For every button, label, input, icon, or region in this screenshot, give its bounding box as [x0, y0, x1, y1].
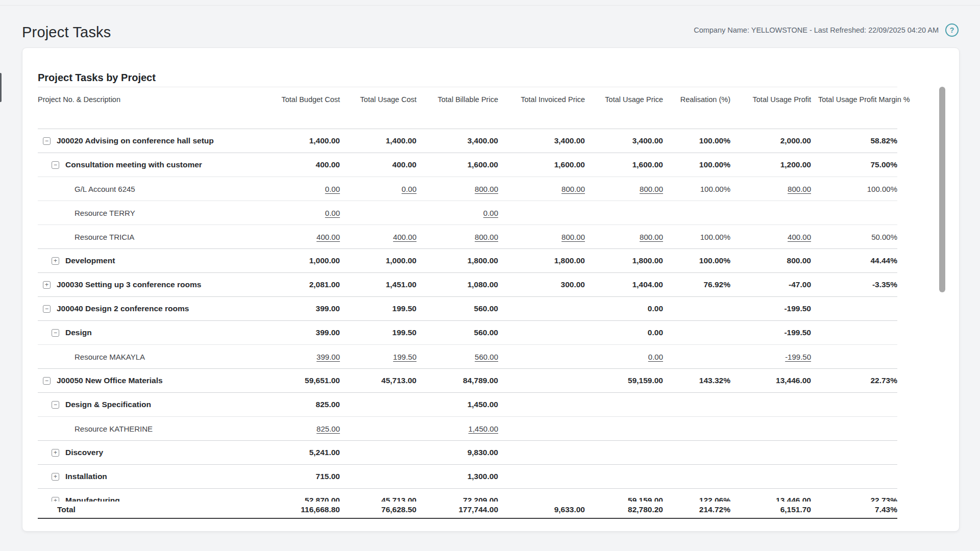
collapse-icon[interactable]: −	[43, 377, 51, 385]
value-text: 1,800.00	[468, 256, 498, 265]
value-link[interactable]: 825.00	[316, 424, 340, 433]
value-cell: 44.44%	[811, 256, 897, 265]
value-text: 45,713.00	[381, 376, 416, 385]
value-cell: 199.50	[340, 353, 416, 361]
value-text: 22.73%	[870, 496, 897, 502]
value-cell: 1,000.00	[258, 256, 340, 265]
value-cell: 1,300.00	[416, 472, 498, 481]
value-cell: 825.00	[258, 400, 340, 409]
value-link[interactable]: 0.00	[402, 185, 416, 193]
collapse-icon[interactable]: −	[52, 329, 59, 337]
value-cell: 1,600.00	[585, 160, 663, 169]
value-link[interactable]: 800.00	[561, 185, 585, 193]
value-text: 825.00	[316, 400, 340, 409]
table-row: G/L Account 62450.000.00800.00800.00800.…	[38, 177, 897, 201]
value-cell: 100.00%	[663, 233, 730, 241]
value-link[interactable]: 800.00	[640, 233, 663, 241]
row-label-cell: −Design	[38, 328, 258, 337]
value-text: 1,400.00	[386, 136, 416, 145]
value-link[interactable]: 800.00	[561, 233, 585, 241]
row-label: Manufacturing	[65, 496, 120, 502]
table-row: −Design399.00199.50560.000.00-199.50	[38, 320, 897, 344]
value-cell: 1,600.00	[498, 160, 585, 169]
value-text: 1,000.00	[386, 256, 416, 265]
value-link[interactable]: -199.50	[785, 353, 811, 361]
value-cell: 1,800.00	[498, 256, 585, 265]
table-row: Resource MAKAYLA399.00199.50560.000.00-1…	[38, 344, 897, 368]
expand-icon[interactable]: +	[43, 281, 51, 289]
value-cell: 1,800.00	[416, 256, 498, 265]
value-text: 0.00	[648, 304, 663, 313]
value-cell: 800.00	[416, 233, 498, 241]
value-text: 100.00%	[700, 233, 730, 241]
table-row: −J00050 New Office Materials59,651.0045,…	[38, 368, 897, 392]
value-cell: 0.00	[258, 209, 340, 217]
help-icon[interactable]: ?	[945, 23, 959, 37]
row-label-cell: +J00030 Setting up 3 conference rooms	[38, 280, 258, 289]
total-value: 9,633.00	[498, 505, 585, 514]
expand-icon[interactable]: +	[52, 449, 59, 457]
value-cell: 3,400.00	[498, 136, 585, 145]
value-link[interactable]: 0.00	[648, 353, 663, 361]
row-label-cell: −Consultation meeting with customer	[38, 160, 258, 169]
value-text: 1,600.00	[554, 160, 585, 169]
value-link[interactable]: 0.00	[325, 209, 340, 217]
value-cell: 0.00	[340, 185, 416, 193]
value-cell: 560.00	[416, 304, 498, 313]
value-link[interactable]: 400.00	[316, 233, 340, 241]
value-text: 3,400.00	[554, 136, 585, 145]
value-cell: 400.00	[340, 160, 416, 169]
value-link[interactable]: 400.00	[788, 233, 811, 241]
collapse-icon[interactable]: −	[52, 161, 59, 169]
value-text: 52,870.00	[305, 496, 340, 502]
value-cell: 1,450.00	[416, 400, 498, 409]
value-link[interactable]: 800.00	[788, 185, 811, 193]
value-text: 76.92%	[703, 280, 730, 289]
value-cell: -199.50	[730, 353, 811, 361]
value-cell: 59,651.00	[258, 376, 340, 385]
value-link[interactable]: 0.00	[325, 185, 340, 193]
value-link[interactable]: 399.00	[316, 353, 340, 361]
value-cell: 800.00	[730, 256, 811, 265]
value-text: 72,209.00	[463, 496, 498, 502]
value-text: 560.00	[474, 304, 498, 313]
value-text: 50.00%	[871, 233, 897, 241]
table-row: −J00040 Design 2 conference rooms399.001…	[38, 296, 897, 320]
value-text: -199.50	[784, 304, 811, 313]
value-link[interactable]: 1,450.00	[469, 424, 498, 433]
collapse-icon[interactable]: −	[43, 305, 51, 313]
value-link[interactable]: 800.00	[475, 233, 498, 241]
row-label-cell: Resource MAKAYLA	[38, 353, 258, 361]
value-text: 100.00%	[699, 160, 730, 169]
expand-icon[interactable]: +	[52, 497, 59, 502]
expand-icon[interactable]: +	[52, 473, 59, 481]
value-text: 2,081.00	[309, 280, 340, 289]
value-cell: 800.00	[498, 233, 585, 241]
column-header: Total Usage Profit	[730, 87, 811, 129]
scrollbar-thumb[interactable]	[939, 87, 945, 292]
value-link[interactable]: 560.00	[475, 353, 498, 361]
value-text: 3,400.00	[632, 136, 663, 145]
value-link[interactable]: 199.50	[393, 353, 416, 361]
value-link[interactable]: 0.00	[483, 209, 498, 217]
collapse-icon[interactable]: −	[52, 401, 59, 409]
value-link[interactable]: 400.00	[393, 233, 416, 241]
value-text: 1,000.00	[309, 256, 340, 265]
value-link[interactable]: 800.00	[640, 185, 663, 193]
row-label: Installation	[65, 472, 107, 481]
expand-icon[interactable]: +	[52, 257, 59, 265]
value-cell: 199.50	[340, 328, 416, 337]
top-hairline	[0, 5, 980, 6]
value-text: 9,830.00	[468, 448, 498, 457]
page-title: Project Tasks	[22, 24, 111, 41]
row-label-cell: +Development	[38, 256, 258, 265]
row-label-cell: −Design & Specification	[38, 400, 258, 409]
value-cell: 400.00	[258, 233, 340, 241]
value-cell: 100.00%	[663, 185, 730, 193]
value-text: -47.00	[789, 280, 811, 289]
value-cell: 399.00	[258, 304, 340, 313]
value-link[interactable]: 800.00	[475, 185, 498, 193]
row-label: Consultation meeting with customer	[65, 160, 202, 169]
table-total-row: Total116,668.8076,628.50177,744.009,633.…	[38, 502, 897, 519]
collapse-icon[interactable]: −	[43, 137, 51, 145]
